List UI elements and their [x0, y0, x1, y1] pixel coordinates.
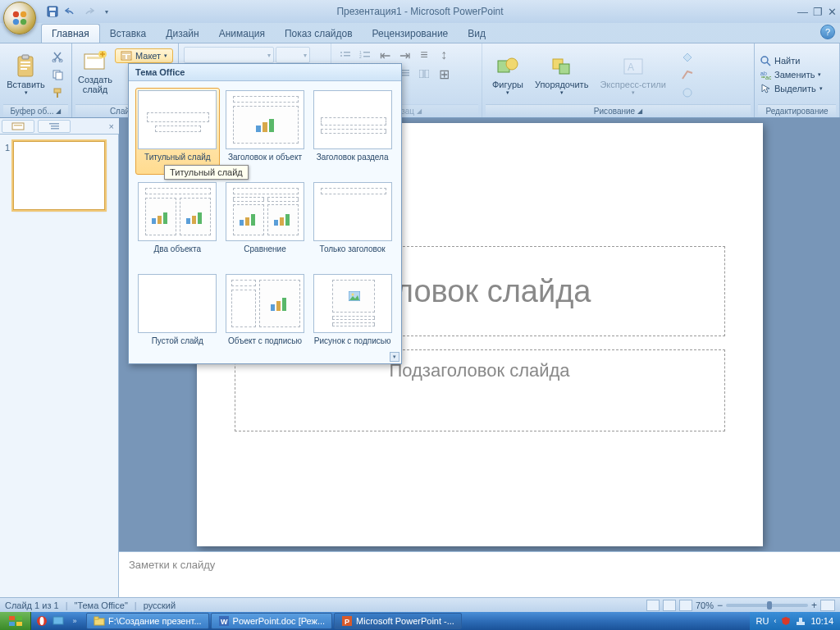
- slideshow-view-icon[interactable]: [679, 600, 692, 611]
- office-button[interactable]: [3, 2, 36, 34]
- notes-pane[interactable]: Заметки к слайду: [119, 551, 840, 597]
- ql-opera-icon[interactable]: [34, 614, 49, 628]
- bullets-icon[interactable]: [336, 47, 354, 63]
- numbering-icon[interactable]: 12: [356, 47, 374, 63]
- status-language[interactable]: русский: [144, 600, 176, 610]
- help-icon[interactable]: ?: [820, 25, 835, 39]
- new-slide-label: Создать слайд: [78, 75, 112, 94]
- layout-button[interactable]: Макет▾: [115, 48, 173, 63]
- tray-network-icon[interactable]: [796, 616, 806, 626]
- shape-fill-icon[interactable]: [676, 48, 699, 65]
- qat-customize-icon[interactable]: ▾: [98, 3, 115, 20]
- dialog-launcher-icon[interactable]: ◢: [417, 107, 422, 115]
- shape-effects-icon[interactable]: [676, 84, 699, 101]
- replace-label: Заменить: [774, 70, 815, 80]
- layout-item-title-slide[interactable]: Титульный слайд: [135, 88, 220, 175]
- sorter-view-icon[interactable]: [663, 600, 676, 611]
- svg-rect-70: [186, 218, 190, 224]
- svg-rect-10: [21, 65, 30, 66]
- dialog-launcher-icon[interactable]: ◢: [56, 107, 61, 115]
- layout-item-picture-caption[interactable]: Рисунок с подписью: [310, 272, 395, 358]
- arrange-button[interactable]: Упорядочить▾: [530, 52, 593, 98]
- paste-button[interactable]: Вставить ▾: [5, 52, 47, 98]
- font-size-combo[interactable]: [276, 47, 310, 63]
- text-direction-icon[interactable]: ↕: [435, 47, 453, 63]
- layout-item-blank[interactable]: Пустой слайд: [135, 272, 220, 358]
- gallery-scroll-icon[interactable]: ▾: [390, 352, 399, 362]
- line-spacing-icon[interactable]: ≡: [415, 47, 433, 63]
- select-button[interactable]: Выделить▾: [760, 83, 823, 94]
- svg-rect-19: [87, 57, 102, 59]
- dialog-launcher-icon[interactable]: ◢: [637, 107, 642, 115]
- font-family-combo[interactable]: [184, 47, 274, 63]
- tab-slideshow[interactable]: Показ слайдов: [275, 25, 363, 43]
- redo-icon[interactable]: [80, 3, 97, 20]
- copy-icon[interactable]: [48, 66, 66, 83]
- layout-item-title-content[interactable]: Заголовок и объект: [223, 88, 308, 175]
- svg-rect-8: [22, 55, 29, 59]
- layout-item-two-content[interactable]: Два объекта: [135, 180, 220, 267]
- tray-clock[interactable]: 10:14: [810, 616, 833, 626]
- layout-item-section-header[interactable]: Заголовок раздела: [310, 88, 395, 175]
- shapes-button[interactable]: Фигуры▾: [487, 52, 528, 98]
- ql-more-icon[interactable]: »: [67, 614, 82, 628]
- tray-shield-icon[interactable]: [781, 616, 791, 626]
- cut-icon[interactable]: [48, 48, 66, 65]
- undo-icon[interactable]: [62, 3, 79, 20]
- decrease-indent-icon[interactable]: ⇤: [376, 47, 394, 63]
- smartart-icon[interactable]: ⊞: [435, 66, 453, 82]
- tab-view[interactable]: Вид: [458, 25, 495, 43]
- svg-rect-87: [16, 622, 22, 626]
- select-icon: [760, 83, 771, 94]
- save-icon[interactable]: [44, 3, 61, 20]
- replace-button[interactable]: abacЗаменить▾: [760, 69, 823, 80]
- ribbon-tabs: Главная Вставка Дизайн Анимация Показ сл…: [0, 23, 840, 43]
- start-button[interactable]: [0, 612, 31, 630]
- zoom-out-icon[interactable]: −: [717, 600, 723, 611]
- layout-label: Заголовок раздела: [317, 153, 389, 172]
- tray-lang[interactable]: RU: [756, 616, 769, 626]
- taskbar-item-powerpoint[interactable]: PMicrosoft PowerPoint -...: [334, 613, 462, 629]
- zoom-in-icon[interactable]: +: [811, 600, 817, 611]
- normal-view-icon[interactable]: [646, 600, 660, 611]
- tab-home[interactable]: Главная: [41, 24, 100, 43]
- columns-icon[interactable]: [415, 66, 433, 82]
- svg-rect-85: [16, 616, 22, 620]
- tray-expand-icon[interactable]: ‹: [774, 617, 776, 625]
- svg-rect-34: [363, 56, 370, 57]
- svg-rect-98: [799, 618, 802, 623]
- panel-view-switcher: ×: [0, 118, 119, 135]
- ql-desktop-icon[interactable]: [51, 614, 66, 628]
- minimize-icon[interactable]: —: [797, 6, 808, 18]
- increase-indent-icon[interactable]: ⇥: [395, 47, 413, 63]
- find-icon: [760, 55, 771, 66]
- close-panel-icon[interactable]: ×: [109, 121, 114, 131]
- svg-point-29: [340, 55, 342, 57]
- fit-window-icon[interactable]: [820, 600, 835, 611]
- restore-icon[interactable]: ❐: [813, 6, 823, 18]
- svg-rect-48: [425, 70, 429, 78]
- outline-tab-icon[interactable]: [38, 120, 71, 133]
- shape-outline-icon[interactable]: [676, 66, 699, 83]
- clipboard-group-label: Буфер об...: [11, 107, 54, 116]
- layout-item-title-only[interactable]: Только заголовок: [310, 180, 395, 267]
- tab-animation[interactable]: Анимация: [209, 25, 275, 43]
- layout-item-content-caption[interactable]: Объект с подписью: [223, 272, 308, 358]
- taskbar-item-word[interactable]: WPowerPoint.doc [Реж...: [211, 613, 333, 629]
- close-icon[interactable]: ✕: [828, 6, 837, 18]
- svg-point-0: [13, 11, 19, 17]
- quick-access-toolbar: ▾: [44, 3, 115, 20]
- layout-item-comparison[interactable]: Сравнение: [223, 180, 308, 267]
- slides-tab-icon[interactable]: [2, 120, 34, 133]
- new-slide-button[interactable]: Создать слайд: [77, 47, 113, 96]
- quick-styles-button[interactable]: A Экспресс-стили▾: [595, 52, 670, 98]
- format-painter-icon[interactable]: [48, 84, 66, 101]
- tab-review[interactable]: Рецензирование: [363, 25, 459, 43]
- slide-thumbnail[interactable]: 1: [0, 138, 118, 213]
- zoom-level[interactable]: 70%: [696, 600, 714, 610]
- taskbar-item-explorer[interactable]: F:\Создание презент...: [86, 613, 209, 629]
- tab-insert[interactable]: Вставка: [100, 25, 157, 43]
- find-button[interactable]: Найти: [760, 55, 823, 66]
- zoom-slider[interactable]: [726, 604, 808, 607]
- tab-design[interactable]: Дизайн: [156, 25, 208, 43]
